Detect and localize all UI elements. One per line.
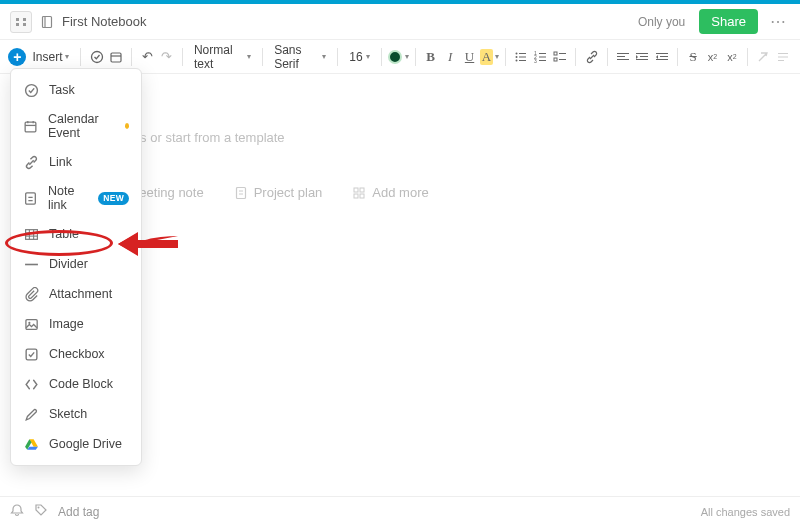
insert-menu-link[interactable]: Link (11, 147, 141, 177)
insert-menu-table[interactable]: Table (11, 219, 141, 249)
redo-button[interactable]: ↷ (158, 46, 176, 68)
notebook-name[interactable]: First Notebook (62, 14, 147, 29)
clear-format-button[interactable] (754, 46, 772, 68)
save-status: All changes saved (701, 506, 790, 518)
chevron-down-icon: ▾ (247, 52, 251, 61)
insert-menu-task[interactable]: Task (11, 75, 141, 105)
svg-rect-12 (539, 53, 546, 54)
addmore-icon (352, 186, 366, 200)
strikethrough-button[interactable]: S (684, 46, 702, 68)
font-size-dropdown[interactable]: 16▾ (344, 50, 374, 64)
suggestion-addmore[interactable]: Add more (344, 181, 436, 204)
insert-menu-calendar[interactable]: Calendar Event (11, 105, 141, 147)
attachment-icon (23, 286, 39, 302)
more-menu-button[interactable]: ⋯ (766, 12, 790, 31)
separator (415, 48, 416, 66)
project-icon (234, 186, 248, 200)
insert-menu-sketch[interactable]: Sketch (11, 399, 141, 429)
subscript-button[interactable]: x2 (723, 46, 741, 68)
checklist-button[interactable] (551, 46, 569, 68)
svg-rect-31 (778, 56, 788, 57)
table-icon (23, 226, 39, 242)
insert-menu-attachment[interactable]: Attachment (11, 279, 141, 309)
svg-rect-36 (236, 187, 245, 198)
task-toggle-button[interactable] (87, 46, 105, 68)
svg-rect-32 (778, 60, 784, 61)
notebook-icon (40, 15, 54, 29)
font-family-dropdown[interactable]: Sans Serif▾ (269, 43, 331, 71)
insert-plus-button[interactable]: + (8, 46, 26, 68)
outdent-button[interactable] (653, 46, 671, 68)
bullet-list-button[interactable] (512, 46, 530, 68)
chevron-down-icon: ▾ (366, 52, 370, 61)
menu-label: Code Block (49, 377, 113, 391)
separator (80, 48, 81, 66)
chevron-down-icon: ▾ (65, 52, 69, 61)
superscript-button[interactable]: x2 (703, 46, 721, 68)
separator (337, 48, 338, 66)
divider-icon (23, 256, 39, 272)
new-badge: NEW (98, 192, 129, 205)
share-visibility: Only you (638, 15, 685, 29)
undo-button[interactable]: ↶ (138, 46, 156, 68)
insert-menu-gdrive[interactable]: Google Drive (11, 429, 141, 459)
insert-menu-notelink[interactable]: Note link NEW (11, 177, 141, 219)
insert-menu: Task Calendar Event Link Note link NEW T… (10, 68, 142, 466)
underline-button[interactable]: U (460, 46, 478, 68)
tag-icon[interactable] (34, 503, 48, 520)
svg-rect-14 (539, 56, 546, 57)
text-style-dropdown[interactable]: Normal text▾ (189, 43, 256, 71)
menu-label: Task (49, 83, 75, 97)
separator (262, 48, 263, 66)
svg-point-7 (516, 56, 518, 58)
highlight-button[interactable]: A▾ (480, 46, 499, 68)
separator (505, 48, 506, 66)
numbered-list-button[interactable]: 123 (531, 46, 549, 68)
insert-menu-image[interactable]: Image (11, 309, 141, 339)
sketch-icon (23, 406, 39, 422)
more-format-button[interactable] (774, 46, 792, 68)
menu-label: Image (49, 317, 84, 331)
svg-rect-49 (25, 229, 37, 239)
svg-rect-40 (360, 188, 364, 192)
svg-rect-42 (360, 194, 364, 198)
insert-dropdown[interactable]: Insert▾ (27, 50, 74, 64)
svg-rect-18 (559, 53, 566, 54)
suggestion-project[interactable]: Project plan (226, 181, 331, 204)
svg-rect-41 (354, 194, 358, 198)
add-tag-button[interactable]: Add tag (58, 505, 99, 519)
text-color-button[interactable]: ▾ (388, 46, 409, 68)
italic-button[interactable]: I (441, 46, 459, 68)
menu-label: Calendar Event (48, 112, 113, 140)
gdrive-icon (23, 436, 39, 452)
link-button[interactable] (582, 46, 600, 68)
svg-rect-27 (656, 53, 668, 54)
suggestion-label: Project plan (254, 185, 323, 200)
insert-label: Insert (32, 50, 62, 64)
insert-menu-checkbox[interactable]: Checkbox (11, 339, 141, 369)
insert-menu-divider[interactable]: Divider (11, 249, 141, 279)
separator (677, 48, 678, 66)
calendar-button[interactable] (107, 46, 125, 68)
svg-rect-44 (25, 122, 36, 132)
expand-icon (15, 16, 27, 28)
svg-rect-17 (554, 52, 557, 55)
expand-button[interactable] (10, 11, 32, 33)
reminder-icon[interactable] (10, 503, 24, 520)
image-icon (23, 316, 39, 332)
share-button[interactable]: Share (699, 9, 758, 34)
new-dot-indicator (125, 123, 129, 129)
svg-rect-28 (660, 56, 668, 57)
insert-menu-codeblock[interactable]: Code Block (11, 369, 141, 399)
separator (747, 48, 748, 66)
svg-rect-23 (617, 59, 629, 60)
chevron-down-icon: ▾ (495, 52, 499, 61)
svg-rect-10 (519, 60, 526, 61)
chevron-down-icon: ▾ (322, 52, 326, 61)
svg-point-58 (38, 507, 40, 509)
align-left-button[interactable] (614, 46, 632, 68)
font-family-label: Sans Serif (274, 43, 319, 71)
bold-button[interactable]: B (421, 46, 439, 68)
indent-button[interactable] (633, 46, 651, 68)
checkbox-icon (23, 346, 39, 362)
